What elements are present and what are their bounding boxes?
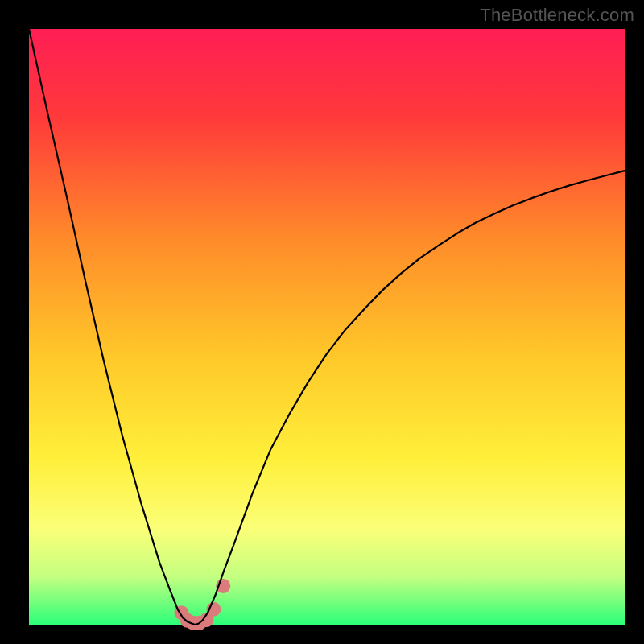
watermark-text: TheBottleneck.com: [480, 5, 634, 26]
bottleneck-chart: [0, 0, 644, 644]
chart-frame: { "watermark": "TheBottleneck.com", "plo…: [0, 0, 644, 644]
plot-background: [29, 29, 625, 625]
